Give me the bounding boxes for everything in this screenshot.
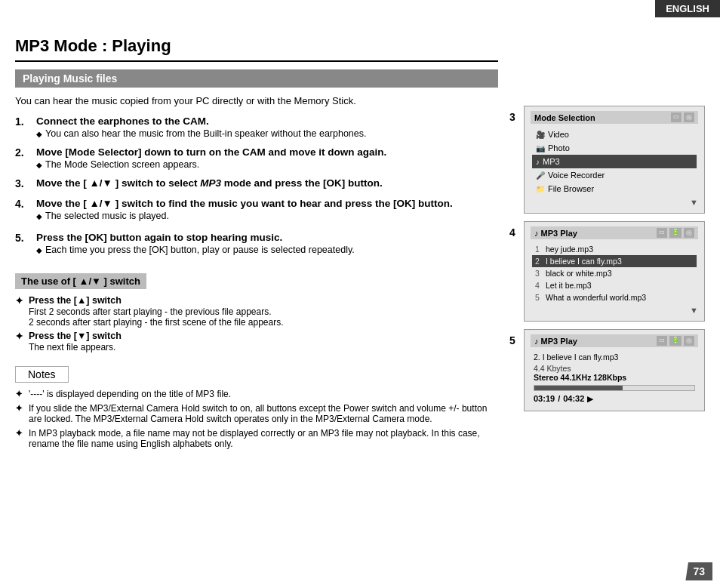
- device-panel-3: 3 Mode Selection ▭ ㊗ 🎥 Video 📷 Photo ♪ M…: [524, 106, 705, 214]
- step-4: 4. Move the [ ▲/▼ ] switch to find the m…: [15, 198, 498, 221]
- step-5-number: 5.: [15, 232, 36, 244]
- step-4-main: Move the [ ▲/▼ ] switch to find the musi…: [36, 198, 498, 209]
- diamond-icon: ◆: [36, 246, 42, 254]
- note-icon-4: ♪: [534, 229, 539, 238]
- panel-5-title-text: MP3 Play: [541, 337, 577, 346]
- step-3-suffix: mode and press the [OK] button.: [221, 177, 383, 189]
- right-panel: 3 Mode Selection ▭ ㊗ 🎥 Video 📷 Photo ♪ M…: [524, 106, 705, 419]
- step-2-number: 2.: [15, 146, 36, 159]
- panel-5-icon-1: ▭: [657, 336, 667, 346]
- note-item-2: ✦ If you slide the MP3/External Camera H…: [15, 403, 498, 424]
- notes-list: ✦ '----' is displayed depending on the t…: [15, 389, 498, 449]
- main-content: MP3 Mode : Playing Playing Music files Y…: [0, 0, 513, 460]
- scroll-arrow: ▼: [531, 198, 698, 207]
- track-4-num: 4: [535, 281, 543, 290]
- note-text-1: '----' is displayed depending on the tit…: [29, 389, 231, 399]
- panel-3-icon-2: ㊗: [684, 112, 694, 122]
- step-1-sub-text: You can also hear the music from the Bui…: [45, 128, 366, 139]
- mp3-detail: 2. I believe I can fly.mp3 4.4 Kbytes St…: [531, 351, 698, 405]
- section-header: Playing Music files: [15, 69, 498, 88]
- step-1-number: 1.: [15, 115, 36, 128]
- step-1-main: Connect the earphones to the CAM.: [36, 115, 498, 127]
- track-2-num: 2: [535, 257, 543, 266]
- step-3: 3. Move the [ ▲/▼ ] switch to select MP3…: [15, 177, 498, 190]
- step-3-prefix: Move the [ ▲/▼ ] switch to select: [36, 177, 200, 189]
- panel-4-icon-2: 🔋: [669, 228, 682, 238]
- step-1-sub: ◆ You can also hear the music from the B…: [36, 128, 498, 139]
- notes-label: Notes: [15, 366, 69, 383]
- note-plus-3: ✦: [15, 428, 26, 439]
- switch-item-up: ✦ Press the [▲] switch First 2 seconds a…: [15, 295, 498, 328]
- step-4-content: Move the [ ▲/▼ ] switch to find the musi…: [36, 198, 498, 221]
- track-2: 2 I believe I can fly.mp3: [532, 255, 697, 267]
- mode-voice: 🎤 Voice Recorder: [532, 168, 697, 182]
- panel-5-number: 5: [509, 334, 515, 346]
- track-5-num: 5: [535, 293, 543, 302]
- step-5-sub: ◆ Each time you press the [OK] button, p…: [36, 245, 498, 255]
- panel-4-number: 4: [509, 226, 515, 239]
- step-3-main: Move the [ ▲/▼ ] switch to select MP3 mo…: [36, 177, 498, 189]
- step-1-content: Connect the earphones to the CAM. ◆ You …: [36, 115, 498, 139]
- panel-5-title: ♪ MP3 Play: [534, 337, 577, 346]
- track-4-name: Let it be.mp3: [546, 281, 592, 290]
- time-current: 03:19: [534, 394, 555, 403]
- notes-section: Notes ✦ '----' is displayed depending on…: [15, 366, 498, 449]
- track-2-name: I believe I can fly.mp3: [546, 257, 622, 266]
- note-text-2: If you slide the MP3/External Camera Hol…: [29, 403, 498, 424]
- track-3-name: black or white.mp3: [546, 269, 612, 278]
- track-5: 5 What a wonderful world.mp3: [532, 291, 697, 303]
- panel-5-icons: ▭ 🔋 ㊗: [657, 336, 694, 346]
- mode-voice-label: Voice Recorder: [548, 171, 605, 180]
- mode-photo: 📷 Photo: [532, 141, 697, 155]
- track-1-num: 1: [535, 245, 543, 254]
- page-number: 73: [685, 562, 712, 580]
- switch-section: The use of [ ▲/▼ ] switch ✦ Press the [▲…: [15, 263, 498, 352]
- switch-down-content: Press the [▼] switch The next file appea…: [29, 331, 122, 352]
- mode-list: 🎥 Video 📷 Photo ♪ MP3 🎤 Voice Recorder 📁…: [531, 128, 698, 195]
- mode-browser: 📁 File Browser: [532, 182, 697, 195]
- step-5-content: Press the [OK] button again to stop hear…: [36, 232, 498, 255]
- panel-3-icon-1: ▭: [671, 112, 682, 122]
- progress-bar-fill: [534, 386, 623, 390]
- track-5-name: What a wonderful world.mp3: [546, 293, 646, 302]
- time-total: 04:32: [563, 394, 584, 403]
- panel-4-title-text: MP3 Play: [541, 229, 577, 238]
- step-5-main: Press the [OK] button again to stop hear…: [36, 232, 498, 243]
- panel-3-number: 3: [509, 111, 515, 123]
- note-icon-5: ♪: [534, 337, 539, 346]
- note-plus-2: ✦: [15, 403, 26, 414]
- panel-4-header: ♪ MP3 Play ▭ 🔋 ㊗: [531, 226, 698, 239]
- mode-video-label: Video: [548, 130, 569, 139]
- step-5: 5. Press the [OK] button again to stop h…: [15, 232, 498, 255]
- mode-mp3: ♪ MP3: [532, 155, 697, 168]
- panel-4-icon-3: ㊗: [684, 228, 694, 238]
- progress-bar-container: [534, 385, 695, 391]
- time-display: 03:19 / 04:32 ▶: [534, 394, 695, 403]
- mp3-track-list: 1 hey jude.mp3 2 I believe I can fly.mp3…: [531, 243, 698, 303]
- switch-up-desc2: 2 seconds after start playing - the firs…: [29, 317, 284, 328]
- intro-text: You can hear the music copied from your …: [15, 95, 498, 106]
- switch-section-header: The use of [ ▲/▼ ] switch: [15, 273, 146, 289]
- switch-up-desc1: First 2 seconds after start playing - th…: [29, 306, 284, 317]
- track-4: 4 Let it be.mp3: [532, 279, 697, 291]
- diamond-icon: ◆: [36, 161, 42, 169]
- mode-browser-label: File Browser: [548, 184, 594, 193]
- detail-audio-info: Stereo 44.1KHz 128Kbps: [534, 373, 695, 382]
- diamond-icon: ◆: [36, 212, 42, 220]
- step-2-content: Move [Mode Selector] down to turn on the…: [36, 146, 498, 170]
- note-text-3: In MP3 playback mode, a file name may no…: [29, 428, 498, 449]
- mode-video: 🎥 Video: [532, 128, 697, 141]
- voice-icon: 🎤: [536, 171, 545, 180]
- video-icon: 🎥: [536, 131, 545, 139]
- panel-4-title: ♪ MP3 Play: [534, 229, 577, 238]
- step-5-sub-text: Each time you press the [OK] button, pla…: [45, 245, 355, 255]
- track-1: 1 hey jude.mp3: [532, 243, 697, 255]
- language-badge: ENGLISH: [655, 0, 720, 17]
- mode-mp3-label: MP3: [543, 157, 560, 166]
- track-1-name: hey jude.mp3: [546, 245, 593, 254]
- step-3-italic: MP3: [200, 177, 221, 189]
- track-3-num: 3: [535, 269, 543, 278]
- step-1: 1. Connect the earphones to the CAM. ◆ Y…: [15, 115, 498, 139]
- device-panel-4: 4 ♪ MP3 Play ▭ 🔋 ㊗ 1 hey jude.mp3 2 I be…: [524, 221, 705, 322]
- step-4-number: 4.: [15, 198, 36, 210]
